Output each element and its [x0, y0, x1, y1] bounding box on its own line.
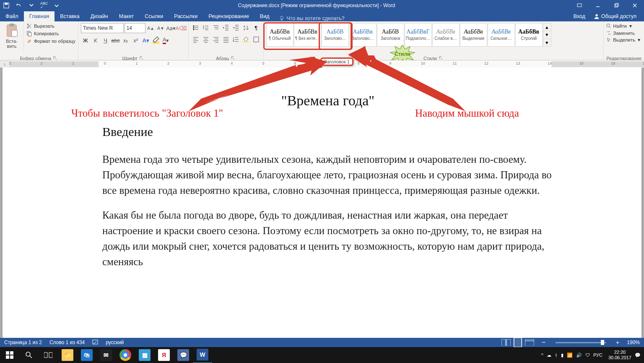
style-tile-1[interactable]: АаБбВв¶ Без инте…	[294, 23, 321, 47]
line-spacing-icon[interactable]	[231, 35, 241, 44]
shrink-font-icon[interactable]: A▼	[156, 24, 166, 33]
increase-indent-icon[interactable]	[231, 23, 241, 32]
doc-paragraph-1[interactable]: Времена года это четыре удивительных сез…	[102, 151, 553, 198]
tray-notifications-icon[interactable]: 💬	[635, 353, 641, 358]
tray-chevron-icon[interactable]: ^	[541, 353, 543, 358]
tab-insert[interactable]: Вставка	[55, 11, 85, 21]
tab-review[interactable]: Рецензирование	[203, 11, 254, 21]
tab-references[interactable]: Ссылки	[139, 11, 169, 21]
style-tile-2[interactable]: АаБбВЗаголово…	[322, 23, 349, 47]
tray-defender-icon[interactable]: 🛡	[585, 353, 590, 358]
tray-language[interactable]: РУС	[593, 353, 602, 358]
grow-font-icon[interactable]: A▲	[146, 24, 156, 33]
style-tile-6[interactable]: АаБбВвСлабое в…	[432, 23, 460, 47]
tab-view[interactable]: Вид	[254, 11, 275, 21]
style-tile-7[interactable]: АаБбВвВыделение	[460, 23, 487, 47]
italic-button[interactable]: К	[91, 36, 100, 45]
ribbon-display-icon[interactable]	[570, 0, 589, 11]
underline-button[interactable]: Ч	[101, 36, 110, 45]
taskbar-app-yandex[interactable]: Я	[154, 347, 174, 363]
paste-button[interactable]: Вста- вить	[3, 23, 24, 52]
taskbar-app-word[interactable]: W	[193, 347, 212, 363]
tab-layout[interactable]: Макет	[114, 11, 139, 21]
doc-paragraph-2[interactable]: Какая бы не была погода во дворе, будь т…	[102, 207, 553, 269]
signin-button[interactable]: Вход	[569, 11, 589, 21]
style-tile-5[interactable]: АаБбВвГПодзаголо…	[405, 23, 432, 47]
qat-menu-icon[interactable]	[50, 0, 63, 11]
strikethrough-button[interactable]: abc	[111, 36, 120, 45]
zoom-level[interactable]: 190%	[627, 339, 640, 345]
taskbar-app-explorer[interactable]: 📁	[58, 347, 77, 363]
superscript-icon[interactable]: x²	[131, 36, 140, 45]
borders-icon[interactable]	[252, 35, 261, 44]
tab-design[interactable]: Дизайн	[85, 11, 114, 21]
search-icon[interactable]	[19, 347, 39, 363]
zoom-in-icon[interactable]: +	[616, 339, 619, 346]
text-effects-icon[interactable]: A▾	[141, 36, 151, 45]
copy-button[interactable]: Копировать	[26, 31, 75, 37]
font-color-icon[interactable]: A▾	[161, 36, 171, 45]
status-page[interactable]: Страница 1 из 2	[4, 339, 42, 345]
restore-icon[interactable]	[607, 0, 626, 11]
style-tile-4[interactable]: АаБбВЗаголовок	[377, 23, 404, 47]
taskbar-app-generic2[interactable]: 💬	[174, 347, 193, 363]
change-case-icon[interactable]: Aa▾	[166, 24, 176, 33]
share-button[interactable]: Общий доступ	[589, 11, 641, 21]
style-tile-3[interactable]: АаБбВвЗаголово…	[349, 23, 377, 47]
tray-bluetooth-icon[interactable]: ᚼ	[555, 353, 558, 358]
shading-icon[interactable]	[242, 35, 251, 44]
numbering-icon[interactable]: 12	[201, 23, 210, 32]
status-language[interactable]: русский	[106, 339, 124, 345]
clear-formatting-icon[interactable]: A⌫	[177, 24, 186, 33]
tab-home[interactable]: Главная	[24, 11, 55, 21]
select-button[interactable]: Выделить ▾	[606, 37, 640, 43]
multilevel-list-icon[interactable]	[211, 23, 221, 32]
zoom-slider[interactable]	[556, 342, 606, 343]
undo-icon[interactable]	[13, 0, 25, 11]
tell-me-search[interactable]: Что вы хотите сделать?	[275, 16, 569, 21]
highlight-icon[interactable]	[151, 36, 161, 45]
taskbar-app-generic1[interactable]: ▦	[135, 347, 154, 363]
tray-onedrive-icon[interactable]: ☁	[547, 353, 551, 358]
bullets-icon[interactable]	[191, 23, 200, 32]
font-name-combo[interactable]: Times New R	[81, 23, 124, 33]
task-view-icon[interactable]	[39, 347, 58, 363]
replace-button[interactable]: Заменить	[606, 30, 640, 36]
undo-menu-icon[interactable]	[25, 0, 38, 11]
subscript-icon[interactable]: x₂	[121, 36, 130, 45]
web-layout-icon[interactable]	[525, 339, 534, 346]
tray-battery-icon[interactable]: ▮	[561, 353, 564, 358]
taskbar-app-store[interactable]: 🛍	[77, 347, 96, 363]
align-center-icon[interactable]	[201, 35, 210, 44]
style-tile-8[interactable]: АаБбВвСильное…	[488, 23, 515, 47]
doc-heading[interactable]: Введение	[102, 125, 553, 139]
taskbar-app-chrome[interactable]	[116, 347, 135, 363]
minimize-icon[interactable]	[589, 0, 607, 11]
system-tray[interactable]: ^ ☁ ᚼ ▮ 📶 🔊 🛡 РУС 22:20 30.06.2017 💬	[538, 350, 644, 360]
style-tile-0[interactable]: АаБбВв¶ Обычный	[266, 23, 293, 47]
show-marks-icon[interactable]: ¶	[252, 23, 261, 32]
find-button[interactable]: Найти ▾	[606, 23, 640, 29]
tab-file[interactable]: Файл	[0, 11, 24, 21]
zoom-out-icon[interactable]: −	[542, 339, 545, 346]
tray-volume-icon[interactable]: 🔊	[576, 353, 582, 358]
read-mode-icon[interactable]	[501, 339, 511, 346]
tab-mailings[interactable]: Рассылки	[169, 11, 203, 21]
bold-button[interactable]: Ж	[81, 36, 90, 45]
taskbar-app-mail[interactable]: ✉	[96, 347, 116, 363]
status-words[interactable]: Слово 1 из 434	[49, 339, 85, 345]
decrease-indent-icon[interactable]	[221, 23, 231, 32]
spellcheck-icon[interactable]: ABC✓	[38, 0, 50, 11]
format-painter-button[interactable]: Формат по образцу	[26, 38, 75, 44]
justify-icon[interactable]	[221, 35, 231, 44]
save-icon[interactable]	[0, 0, 13, 11]
doc-title[interactable]: "Времена года"	[102, 93, 553, 109]
cut-button[interactable]: Вырезать	[26, 23, 75, 29]
start-button[interactable]	[0, 347, 19, 363]
font-size-combo[interactable]: 14	[125, 23, 145, 33]
tray-wifi-icon[interactable]: 📶	[567, 353, 573, 358]
sort-icon[interactable]: AZ	[242, 23, 251, 32]
close-icon[interactable]	[626, 0, 644, 11]
align-left-icon[interactable]	[191, 35, 200, 44]
print-layout-icon[interactable]	[513, 339, 522, 346]
